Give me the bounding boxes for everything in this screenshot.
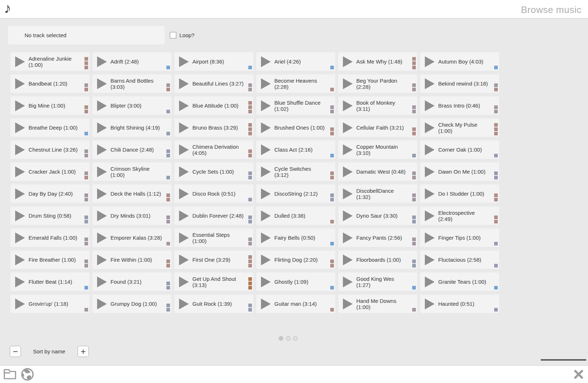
play-icon[interactable] (15, 210, 25, 221)
play-icon[interactable] (425, 166, 435, 177)
play-icon[interactable] (97, 78, 107, 89)
track-cell[interactable]: Adrift (2:48) (92, 52, 171, 71)
track-cell[interactable]: Adrenaline Junkie (1:00) (10, 52, 90, 71)
play-icon[interactable] (261, 144, 271, 155)
track-cell[interactable]: First One (3:29) (174, 251, 253, 269)
track-cell[interactable]: Cycle Switches (3:12) (256, 162, 335, 181)
play-icon[interactable] (97, 56, 107, 67)
play-icon[interactable] (343, 122, 353, 133)
track-cell[interactable]: Breathe Deep (1:00) (10, 118, 90, 137)
track-cell[interactable]: Class Act (2:16) (256, 140, 335, 159)
track-cell[interactable]: DiscoString (2:12) (256, 184, 335, 203)
play-icon[interactable] (179, 299, 189, 309)
play-icon[interactable] (97, 299, 107, 309)
track-cell[interactable]: Haunted (0:51) (420, 295, 499, 313)
track-cell[interactable]: Ask Me Why (1:48) (338, 52, 417, 71)
play-icon[interactable] (179, 144, 189, 155)
play-icon[interactable] (15, 166, 25, 177)
track-cell[interactable]: Dublin Forever (2:48) (174, 206, 253, 225)
play-icon[interactable] (15, 277, 25, 287)
play-icon[interactable] (15, 56, 25, 67)
track-cell[interactable]: Essential Steps (1:00) (174, 229, 253, 247)
track-cell[interactable]: Beg Your Pardon (2:28) (338, 74, 417, 93)
track-cell[interactable]: Blue Attitude (1:00) (174, 96, 253, 115)
play-icon[interactable] (179, 232, 189, 243)
track-cell[interactable]: Fairy Bells (0:50) (256, 229, 335, 247)
play-icon[interactable] (343, 277, 353, 287)
track-cell[interactable]: Cycle Sets (1:00) (174, 162, 253, 181)
track-cell[interactable]: Fire Within (1:00) (92, 251, 171, 269)
play-icon[interactable] (97, 144, 107, 155)
track-cell[interactable]: Corner Oak (1:00) (420, 140, 499, 159)
track-cell[interactable]: Do I Studder (1:00) (420, 184, 499, 203)
sort-next-button[interactable]: + (78, 346, 89, 357)
track-cell[interactable]: Crimson Skyline (1:00) (92, 162, 171, 181)
track-cell[interactable]: Brass Intro (0:46) (420, 96, 499, 115)
play-icon[interactable] (179, 254, 189, 265)
play-icon[interactable] (97, 188, 107, 199)
track-cell[interactable]: Emerald Falls (1:00) (10, 229, 90, 247)
track-cell[interactable]: Damatic West (0:48) (338, 162, 417, 181)
play-icon[interactable] (425, 299, 435, 309)
play-icon[interactable] (425, 254, 435, 265)
play-icon[interactable] (15, 232, 25, 243)
play-icon[interactable] (425, 210, 435, 221)
folder-icon[interactable] (3, 368, 17, 380)
track-cell[interactable]: Disco Rock (0:51) (174, 184, 253, 203)
track-cell[interactable]: Day By Day (2:40) (10, 184, 90, 203)
sort-previous-button[interactable]: − (10, 346, 21, 357)
track-cell[interactable]: Dulled (3:38) (256, 206, 335, 225)
track-cell[interactable]: Granite Tears (1:00) (420, 273, 499, 291)
track-cell[interactable]: Autumn Boy (4:03) (420, 52, 499, 71)
page-dot-2[interactable] (286, 336, 291, 341)
track-cell[interactable]: Hand Me Downs (1:00) (338, 295, 417, 313)
track-cell[interactable]: Chili Dance (2:48) (92, 140, 171, 159)
play-icon[interactable] (15, 144, 25, 155)
play-icon[interactable] (261, 254, 271, 265)
play-icon[interactable] (343, 144, 353, 155)
track-cell[interactable]: Guitar man (3:14) (256, 295, 335, 313)
globe-icon[interactable] (21, 367, 34, 381)
play-icon[interactable] (97, 122, 107, 133)
track-cell[interactable]: Fluctacious (2:58) (420, 251, 499, 269)
track-cell[interactable]: Found (3:21) (92, 273, 171, 291)
play-icon[interactable] (179, 166, 189, 177)
track-cell[interactable]: Grumpy Dog (1:00) (92, 295, 171, 313)
track-cell[interactable]: Cracker Jack (1:00) (10, 162, 90, 181)
play-icon[interactable] (261, 188, 271, 199)
play-icon[interactable] (179, 56, 189, 67)
track-cell[interactable]: Chimera Derivation (4:05) (174, 140, 253, 159)
page-dot-1[interactable] (279, 336, 283, 341)
play-icon[interactable] (343, 166, 353, 177)
play-icon[interactable] (425, 122, 435, 133)
track-cell[interactable]: Big Mine (1:00) (10, 96, 90, 115)
track-cell[interactable]: Good King Wes (1:27) (338, 273, 417, 291)
track-cell[interactable]: Floorboards (1:00) (338, 251, 417, 269)
play-icon[interactable] (97, 210, 107, 221)
track-cell[interactable]: Drum Sting (0:58) (10, 206, 90, 225)
play-icon[interactable] (425, 277, 435, 287)
play-icon[interactable] (425, 78, 435, 89)
play-icon[interactable] (343, 100, 353, 111)
play-icon[interactable] (97, 277, 107, 287)
play-icon[interactable] (343, 254, 353, 265)
play-icon[interactable] (97, 100, 107, 111)
track-cell[interactable]: Copper Mountain (3:10) (338, 140, 417, 159)
track-cell[interactable]: Bandbeat (1:20) (10, 74, 90, 93)
track-cell[interactable]: Fancy Pants (2:56) (338, 229, 417, 247)
play-icon[interactable] (179, 78, 189, 89)
play-icon[interactable] (343, 78, 353, 89)
play-icon[interactable] (343, 188, 353, 199)
play-icon[interactable] (97, 254, 107, 265)
track-cell[interactable]: Bekind rewind (3:18) (420, 74, 499, 93)
track-cell[interactable]: Chestnut Line (3:26) (10, 140, 90, 159)
track-cell[interactable]: Fire Breather (1:00) (10, 251, 90, 269)
track-cell[interactable]: Check My Pulse (1:00) (420, 118, 499, 137)
page-dot-3[interactable] (293, 336, 298, 341)
play-icon[interactable] (179, 210, 189, 221)
track-cell[interactable]: Dawn On Me (1:00) (420, 162, 499, 181)
play-icon[interactable] (343, 210, 353, 221)
play-icon[interactable] (261, 56, 271, 67)
play-icon[interactable] (179, 122, 189, 133)
track-cell[interactable]: Ghostly (1:09) (256, 273, 335, 291)
